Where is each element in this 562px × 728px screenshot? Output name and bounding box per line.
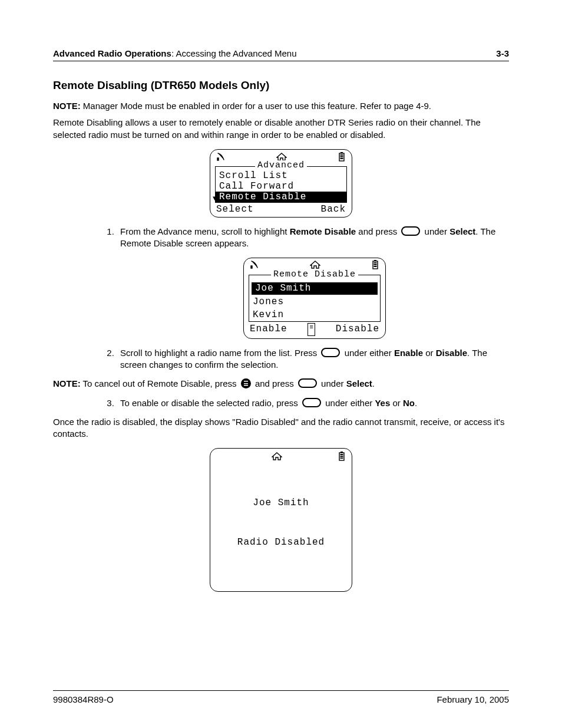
note-label: NOTE: [53,378,81,388]
signal-icon [216,153,226,164]
svg-rect-12 [340,454,343,455]
steps-list-2: To enable or disable the selected radio,… [88,397,509,409]
lcd1-item-0: Scroll List [216,170,346,181]
lcd2-title: Remote Disable [271,269,358,279]
chapter-name: Advanced Radio Operations [53,48,171,58]
lcd2-softkey-left: Enable [250,323,287,336]
battery-icon [371,260,379,274]
lcd1-item-2: Remote Disable [216,192,346,202]
scroll-down-icon: ▼ [213,195,217,203]
note-text: Manager Mode must be enabled in order fo… [83,101,431,111]
intro-paragraph: Remote Disabling allows a user to remote… [53,117,509,141]
lcd2-softkey-right: Disable [336,323,379,336]
battery-icon [338,452,346,464]
note-label: NOTE: [53,101,81,111]
lcd-screen-remote-disable: Remote Disable Joe Smith Jones Kevin Ena… [120,258,509,339]
lcd2-item-2: Kevin [249,309,380,322]
svg-rect-6 [374,260,376,261]
home-icon [272,452,282,463]
softkey-button-icon [401,226,420,236]
section-heading: Remote Disabling (DTR650 Models Only) [53,79,509,92]
lcd3-line2: Radio Disabled [214,536,348,549]
doc-number: 9980384R89-O [53,694,114,704]
signal-icon [250,261,259,274]
section-name: Accessing the Advanced Menu [176,48,296,58]
lcd1-item-1: Call Forward [216,181,346,192]
svg-rect-7 [374,262,377,263]
svg-rect-11 [340,452,343,453]
step-2: Scroll to highlight a radio name from th… [117,347,509,371]
lcd1-softkey-left: Select [216,204,254,215]
running-header: Advanced Radio Operations: Accessing the… [53,48,509,61]
battery-icon [338,152,346,164]
svg-rect-9 [374,266,377,267]
lcd2-item-0: Joe Smith [252,282,378,295]
svg-rect-4 [340,158,343,159]
softkey-button-icon [302,398,321,407]
step-3: To enable or disable the selected radio,… [117,397,509,409]
lcd1-title: Advanced [255,160,307,170]
list-icon: ≡ [308,323,315,336]
svg-rect-2 [340,154,343,156]
svg-rect-13 [340,456,343,457]
menu-button-icon [241,378,251,388]
note-2: NOTE: To cancel out of Remote Disable, p… [53,378,509,390]
doc-date: February 10, 2005 [437,694,509,704]
lcd-screen-advanced: Advanced Scroll List Call Forward Remote… [53,149,509,218]
svg-rect-3 [340,156,343,157]
note-1: NOTE: Manager Mode must be enabled in or… [53,100,509,112]
page-number: 3-3 [496,48,509,58]
step-1: From the Advance menu, scroll to highlig… [117,226,509,339]
lcd-screen-disabled: Joe Smith Radio Disabled [53,448,509,591]
lcd2-item-1: Jones [249,296,380,309]
svg-rect-1 [340,152,343,153]
page-footer: 9980384R89-O February 10, 2005 [53,690,509,704]
softkey-button-icon [298,378,317,388]
lcd1-softkey-right: Back [321,204,346,215]
outro-paragraph: Once the radio is disabled, the display … [53,416,509,440]
steps-list: From the Advance menu, scroll to highlig… [88,226,509,371]
svg-rect-14 [340,457,343,459]
lcd3-line1: Joe Smith [214,496,348,509]
svg-rect-8 [374,264,377,265]
softkey-button-icon [321,348,340,357]
